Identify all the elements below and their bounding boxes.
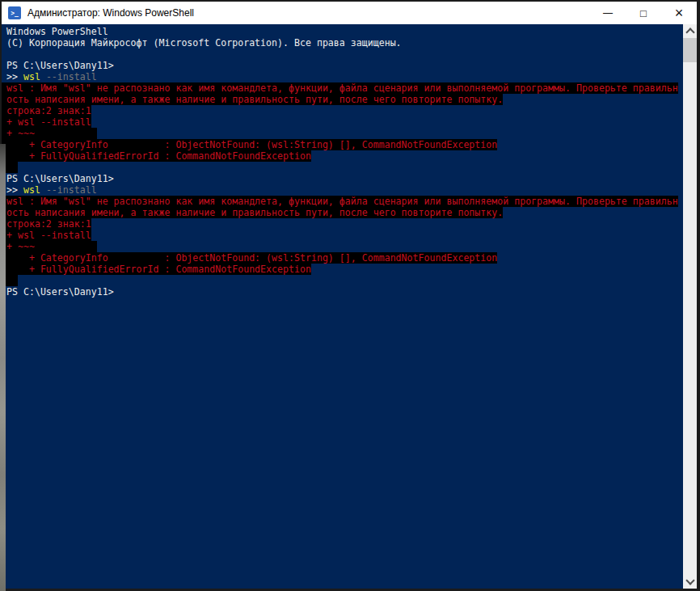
minimize-button[interactable]: — [590,2,626,24]
terminal-prompt: PS C:\Users\Dany11> [2,60,683,71]
error-message-line: ость написания имени, а также наличие и … [2,207,683,218]
error-message-line: ость написания имени, а также наличие и … [2,94,683,105]
chevron-up-icon [685,27,694,36]
error-fully-qualified-id: + FullyQualifiedErrorId : CommandNotFoun… [2,150,683,162]
error-message-line: wsl : Имя "wsl" не распознано как имя ко… [2,196,683,207]
terminal-line-blank [2,49,683,60]
maximize-button[interactable]: □ [626,2,661,24]
terminal-command-line: >> wsl --install [2,71,683,82]
close-button[interactable]: × [661,2,697,24]
error-caret-line: + ~~~ [2,241,683,252]
continuation-prompt: >> [6,71,23,82]
desktop-edge-sliver [0,144,6,591]
terminal-prompt: PS C:\Users\Dany11> [2,286,683,298]
powershell-icon: >_ [8,6,21,19]
error-position-line: строка:2 знак:1 [2,218,683,230]
chevron-down-icon [685,576,694,585]
error-block-trailer [2,162,683,173]
error-position-line: строка:2 знак:1 [2,105,683,116]
error-message-line: wsl : Имя "wsl" не распознано как имя ко… [2,82,683,94]
terminal-line: Windows PowerShell [2,26,683,37]
scrollbar-thumb[interactable] [683,38,697,62]
scroll-up-button[interactable] [683,24,697,38]
error-fully-qualified-id: + FullyQualifiedErrorId : CommandNotFoun… [2,264,683,275]
error-category-info: + CategoryInfo : ObjectNotFound: (wsl:St… [2,139,683,150]
terminal-command-line: >> wsl --install [2,184,683,196]
command-name: wsl [23,71,40,82]
terminal-prompt: PS C:\Users\Dany11> [2,173,683,184]
error-category-info: + CategoryInfo : ObjectNotFound: (wsl:St… [2,252,683,264]
title-bar[interactable]: >_ Администратор: Windows PowerShell — □… [2,2,697,24]
terminal-output[interactable]: Windows PowerShell (C) Корпорация Майкро… [2,24,683,589]
error-caret-line: + ~~~ [2,128,683,139]
scroll-down-button[interactable] [683,575,697,589]
error-block-trailer [2,275,683,286]
command-name: wsl [23,184,40,196]
error-command-echo: + wsl --install [2,230,683,241]
continuation-prompt: >> [6,184,23,196]
terminal-line: (C) Корпорация Майкрософт (Microsoft Cor… [2,37,683,49]
command-argument: --install [40,71,97,82]
scrollbar[interactable] [683,24,697,589]
error-command-echo: + wsl --install [2,116,683,128]
powershell-window: >_ Администратор: Windows PowerShell — □… [0,0,700,591]
window-title: Администратор: Windows PowerShell [27,7,590,19]
command-argument: --install [40,184,97,196]
